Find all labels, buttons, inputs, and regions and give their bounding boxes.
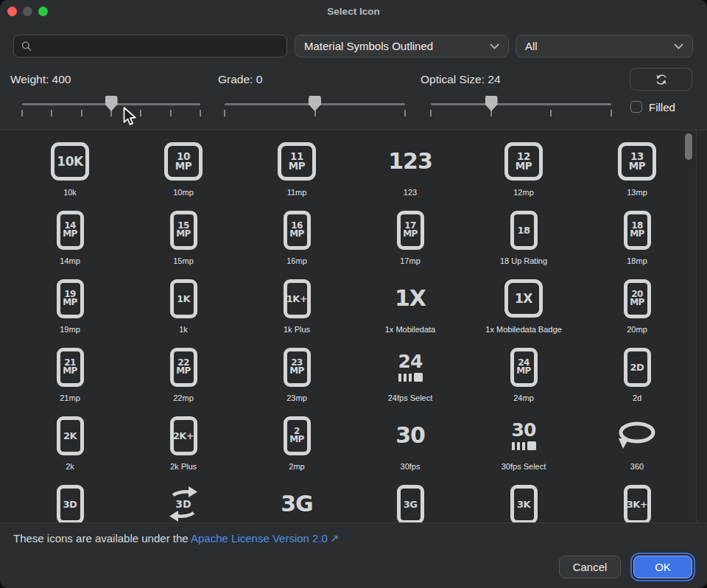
icon-cell-21mp[interactable]: 21mp21mp bbox=[13, 346, 127, 414]
icon-cell-10mp[interactable]: 10mp10mp bbox=[127, 140, 240, 209]
24fps-select-icon: 24 bbox=[398, 346, 423, 388]
clipped-icon: 3D bbox=[164, 483, 203, 523]
icon-cell-11mp[interactable]: 11mp11mp bbox=[240, 140, 354, 209]
1x-mobiledata-icon: 1X bbox=[395, 277, 426, 320]
scrollbar-thumb[interactable] bbox=[685, 133, 692, 160]
icon-cell-3g[interactable]: 3G bbox=[240, 483, 354, 523]
icon-cell-23mp[interactable]: 23mp23mp bbox=[240, 346, 354, 414]
icon-cell-10k[interactable]: 10K10k bbox=[13, 140, 127, 209]
icon-cell-18mp[interactable]: 18mp18mp bbox=[580, 209, 694, 277]
icon-cell-12mp[interactable]: 12mp12mp bbox=[467, 140, 580, 209]
search-icon bbox=[21, 41, 32, 52]
icon-label: 22mp bbox=[173, 393, 194, 402]
1k-plus-icon: 1K+ bbox=[284, 277, 311, 320]
weight-slider[interactable] bbox=[22, 100, 200, 119]
ok-button[interactable]: OK bbox=[633, 556, 692, 578]
icon-grid: 10K10k10mp10mp11mp11mp12312312mp12mp13mp… bbox=[0, 130, 707, 523]
search-input[interactable] bbox=[38, 40, 279, 53]
title-bar: Select Icon bbox=[0, 0, 707, 24]
icon-cell-3g[interactable]: 3G bbox=[354, 483, 467, 523]
18-up-rating-icon: 18 bbox=[510, 209, 538, 251]
3g-icon: 3G bbox=[281, 483, 313, 523]
icon-cell-1k[interactable]: 1K1k bbox=[127, 277, 240, 346]
2mp-icon: 2mp bbox=[284, 414, 311, 457]
icon-cell-123[interactable]: 123123 bbox=[354, 140, 467, 209]
icon-label: 17mp bbox=[400, 256, 421, 265]
icon-cell-16mp[interactable]: 16mp16mp bbox=[240, 209, 354, 277]
optical-size-slider[interactable] bbox=[431, 100, 611, 119]
icon-cell-20mp[interactable]: 20mp20mp bbox=[580, 277, 694, 346]
11mp-icon: 11mp bbox=[278, 140, 316, 183]
select-icon-dialog: Select Icon Material Symbols Outlined Al… bbox=[0, 0, 707, 588]
grade-slider-thumb[interactable] bbox=[309, 96, 321, 111]
icon-cell-14mp[interactable]: 14mp14mp bbox=[13, 209, 127, 277]
icon-cell-30fps-select[interactable]: 3030fps Select bbox=[467, 414, 580, 483]
icon-cell-3k-[interactable]: 3K+ bbox=[580, 483, 694, 523]
icon-label: 11mp bbox=[287, 188, 307, 197]
icon-cell-360[interactable]: 360 bbox=[580, 414, 694, 483]
3k--icon: 3K+ bbox=[624, 483, 651, 523]
icon-cell-1k-plus[interactable]: 1K+1k Plus bbox=[240, 277, 354, 346]
icon-cell-19mp[interactable]: 19mp19mp bbox=[13, 277, 127, 346]
3d-rotation-icon: 3D bbox=[164, 486, 203, 522]
icon-cell-17mp[interactable]: 17mp17mp bbox=[354, 209, 467, 277]
weight-slider-thumb[interactable] bbox=[105, 96, 118, 111]
slider-tick bbox=[200, 110, 201, 116]
chevron-down-icon bbox=[490, 43, 499, 49]
icon-label: 21mp bbox=[60, 393, 80, 402]
icon-label: 1x Mobiledata bbox=[385, 325, 436, 334]
icon-cell-18-up-rating[interactable]: 1818 Up Rating bbox=[467, 209, 580, 277]
slider-tick bbox=[21, 110, 23, 116]
grid-right-divider bbox=[696, 130, 697, 523]
icon-cell-2k[interactable]: 2K2k bbox=[13, 414, 127, 483]
external-link-icon: ↗ bbox=[330, 532, 340, 545]
icon-cell-13mp[interactable]: 13mp13mp bbox=[580, 140, 694, 209]
icon-set-value: Material Symbols Outlined bbox=[304, 40, 433, 52]
icon-cell-clipped[interactable]: 3D bbox=[127, 483, 240, 523]
360-icon bbox=[616, 414, 658, 457]
14mp-icon: 14mp bbox=[57, 209, 84, 251]
license-note: These icons are available under the Apac… bbox=[13, 532, 340, 545]
optical-size-label: Optical Size: 24 bbox=[421, 73, 501, 86]
10k-icon: 10K bbox=[51, 140, 89, 183]
icon-cell-2k-plus[interactable]: 2K+2k Plus bbox=[127, 414, 240, 483]
icon-label: 23mp bbox=[286, 393, 307, 402]
icon-cell-3d[interactable]: 3D bbox=[13, 483, 127, 523]
icon-label: 1k bbox=[179, 325, 188, 334]
icon-label: 24fps Select bbox=[388, 393, 433, 402]
icon-cell-30fps[interactable]: 3030fps bbox=[354, 414, 467, 483]
icon-cell-1x-mobiledata-badge[interactable]: 1X1x Mobiledata Badge bbox=[467, 277, 580, 346]
icon-set-select[interactable]: Material Symbols Outlined bbox=[295, 35, 509, 57]
icon-cell-2d[interactable]: 2D2d bbox=[580, 346, 694, 414]
123-icon: 123 bbox=[388, 140, 432, 183]
icon-cell-22mp[interactable]: 22mp22mp bbox=[127, 346, 240, 414]
icon-cell-3k[interactable]: 3K bbox=[467, 483, 580, 523]
icon-cell-1x-mobiledata[interactable]: 1X1x Mobiledata bbox=[354, 277, 467, 346]
optical-slider-thumb[interactable] bbox=[485, 96, 498, 111]
cancel-button[interactable]: Cancel bbox=[559, 556, 621, 578]
svg-text:3D: 3D bbox=[175, 498, 191, 510]
12mp-icon: 12mp bbox=[504, 140, 543, 183]
reset-button[interactable] bbox=[630, 68, 692, 91]
grade-slider[interactable] bbox=[225, 100, 405, 119]
1x-mobiledata-badge-icon: 1X bbox=[504, 277, 543, 320]
icon-label: 30fps Select bbox=[502, 462, 546, 471]
icon-cell-24fps-select[interactable]: 2424fps Select bbox=[354, 346, 467, 414]
icon-label: 10mp bbox=[173, 188, 194, 197]
10mp-icon: 10mp bbox=[164, 140, 203, 183]
icon-cell-2mp[interactable]: 2mp2mp bbox=[240, 414, 354, 483]
icon-label: 14mp bbox=[60, 256, 80, 265]
category-select[interactable]: All bbox=[516, 35, 693, 57]
slider-tick bbox=[430, 110, 432, 116]
23mp-icon: 23mp bbox=[284, 346, 311, 388]
icon-cell-24mp[interactable]: 24mp24mp bbox=[467, 346, 580, 414]
icon-label: 12mp bbox=[513, 188, 534, 197]
search-field[interactable] bbox=[13, 35, 287, 57]
1k-icon: 1K bbox=[170, 277, 197, 320]
icon-label: 19mp bbox=[60, 325, 80, 334]
icon-cell-15mp[interactable]: 15mp15mp bbox=[127, 209, 240, 277]
16mp-icon: 16mp bbox=[284, 209, 311, 251]
apache-license-link[interactable]: Apache License Version 2.0 bbox=[191, 532, 328, 545]
icon-label: 1k Plus bbox=[284, 325, 310, 334]
filled-checkbox[interactable] bbox=[630, 101, 642, 113]
